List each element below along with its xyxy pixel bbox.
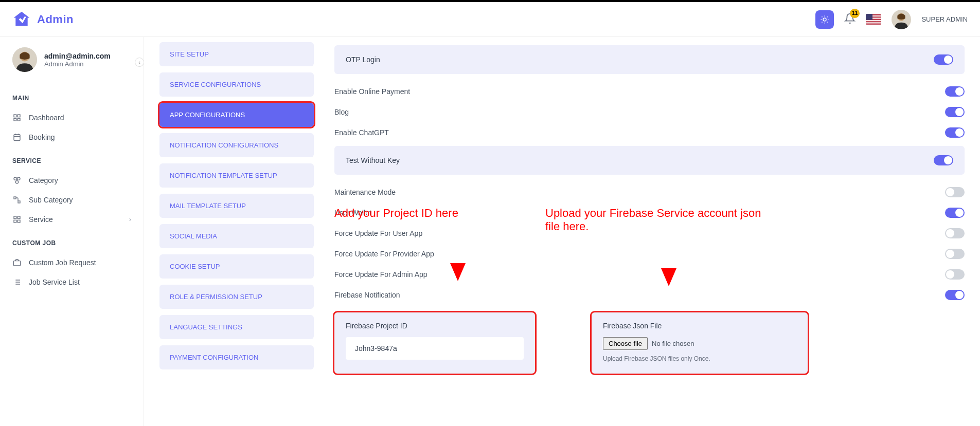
toggle-label-blog: Blog — [334, 108, 349, 116]
grid-icon — [12, 113, 22, 122]
firebase-project-id-panel: Firebase Project ID — [334, 312, 535, 374]
svg-rect-26 — [17, 220, 20, 223]
toggle-maintenance[interactable] — [945, 187, 965, 197]
briefcase-icon — [12, 258, 22, 267]
svg-rect-15 — [14, 118, 16, 121]
file-upload-hint: Upload Firebase JSON files only Once. — [603, 355, 796, 362]
toggle-label-maintenance: Maintenance Mode — [334, 188, 396, 196]
svg-rect-14 — [17, 115, 20, 117]
svg-rect-22 — [18, 201, 20, 203]
svg-rect-23 — [14, 216, 16, 219]
settings-nav-role-permission[interactable]: ROLE & PERMISSION SETUP — [159, 285, 314, 309]
nav-custom-job-request[interactable]: Custom Job Request — [0, 253, 144, 272]
settings-nav-payment[interactable]: PAYMENT CONFIGURATION — [159, 345, 314, 369]
nav-service[interactable]: Service › — [0, 210, 144, 229]
settings-nav-app-config[interactable]: APP CONFIGURATIONS — [159, 103, 314, 127]
nav-category[interactable]: Category — [0, 171, 144, 190]
firebase-project-id-input[interactable] — [346, 337, 524, 360]
firebase-json-label: Firebase Json File — [603, 322, 796, 330]
toggle-otp-login[interactable] — [934, 54, 953, 65]
svg-rect-27 — [13, 261, 20, 266]
svg-rect-17 — [14, 135, 20, 141]
nav-heading-custom-job: CUSTOM JOB — [12, 239, 131, 247]
language-selector[interactable] — [866, 14, 881, 25]
settings-nav-mail-template[interactable]: MAIL TEMPLATE SETUP — [159, 194, 314, 218]
us-flag-icon — [866, 14, 881, 25]
svg-point-19 — [17, 177, 20, 180]
user-avatar[interactable] — [892, 10, 911, 29]
sidebar-collapse-button[interactable]: ‹ — [135, 58, 144, 67]
nav-job-service-list[interactable]: Job Service List — [0, 272, 144, 292]
svg-rect-13 — [14, 115, 16, 117]
nav-heading-main: MAIN — [12, 95, 131, 102]
theme-toggle-button[interactable] — [815, 10, 834, 29]
svg-point-0 — [823, 18, 826, 21]
svg-rect-7 — [866, 23, 881, 24]
nav-label: Sub Category — [29, 196, 73, 204]
sidebar-user-name: Admin Admin — [44, 60, 111, 68]
svg-rect-5 — [866, 20, 881, 21]
calendar-icon — [12, 133, 22, 142]
firebase-project-id-label: Firebase Project ID — [346, 322, 524, 330]
toggle-label-online-payment: Enable Online Payment — [334, 87, 410, 96]
toggle-blog[interactable] — [945, 107, 965, 117]
tree-icon — [12, 195, 22, 205]
svg-rect-16 — [17, 118, 20, 121]
nav-booking[interactable]: Booking — [0, 127, 144, 147]
svg-rect-21 — [14, 197, 16, 199]
settings-nav-social-media[interactable]: SOCIAL MEDIA — [159, 224, 314, 248]
notification-count-badge: 11 — [850, 9, 860, 18]
settings-nav-language[interactable]: LANGUAGE SETTINGS — [159, 315, 314, 339]
file-chosen-status: No file chosen — [652, 340, 694, 347]
svg-point-20 — [15, 181, 18, 183]
toggle-label-force-user: Force Update For User App — [334, 229, 422, 237]
toggle-label-chatgpt: Enable ChatGPT — [334, 128, 389, 137]
sidebar-user-avatar[interactable] — [12, 47, 37, 72]
toggle-label-force-provider: Force Update For Provider App — [334, 250, 434, 258]
toggle-chatgpt[interactable] — [945, 127, 965, 138]
toggle-user-wallet[interactable] — [945, 208, 965, 218]
svg-rect-6 — [866, 22, 881, 23]
toggle-force-provider[interactable] — [945, 249, 965, 259]
toggle-label-firebase-notif: Firebase Notification — [334, 291, 400, 299]
svg-rect-24 — [17, 216, 20, 219]
apps-icon — [12, 215, 22, 224]
toggle-force-user[interactable] — [945, 228, 965, 238]
toggle-firebase-notification[interactable] — [945, 290, 965, 300]
nav-label: Dashboard — [29, 114, 64, 122]
nav-label: Booking — [29, 133, 55, 141]
nav-heading-service: SERVICE — [12, 157, 131, 164]
settings-nav-site-setup[interactable]: SITE SETUP — [159, 42, 314, 66]
settings-nav-notif-template[interactable]: NOTIFICATION TEMPLATE SETUP — [159, 163, 314, 188]
toggle-online-payment[interactable] — [945, 86, 965, 97]
firebase-json-panel: Firebase Json File Choose file No file c… — [592, 312, 808, 374]
settings-nav-service-config[interactable]: SERVICE CONFIGURATIONS — [159, 72, 314, 97]
nav-label: Job Service List — [29, 278, 80, 286]
chevron-right-icon: › — [129, 216, 131, 223]
toggle-label-wallet: User Wallet — [334, 209, 371, 217]
notifications-button[interactable]: 11 — [844, 13, 856, 26]
choose-file-button[interactable]: Choose file — [603, 337, 648, 350]
svg-point-18 — [14, 177, 16, 180]
sidebar-user-email: admin@admin.com — [44, 52, 111, 60]
shapes-icon — [12, 176, 22, 185]
toggle-test-without-key[interactable] — [934, 155, 953, 165]
settings-nav-cookie-setup[interactable]: COOKIE SETUP — [159, 254, 314, 279]
toggle-label-force-admin: Force Update For Admin App — [334, 270, 427, 279]
toggle-label-test-no-key: Test Without Key — [346, 156, 400, 164]
nav-label: Service — [29, 215, 53, 224]
toggle-label-otp: OTP Login — [346, 55, 380, 64]
app-title: Admin — [37, 13, 74, 26]
settings-nav-notif-config[interactable]: NOTIFICATION CONFIGURATIONS — [159, 133, 314, 157]
nav-label: Custom Job Request — [29, 258, 96, 267]
nav-dashboard[interactable]: Dashboard — [0, 108, 144, 127]
user-role-label: SUPER ADMIN — [921, 15, 968, 23]
nav-sub-category[interactable]: Sub Category — [0, 190, 144, 210]
nav-label: Category — [29, 176, 58, 184]
list-icon — [12, 277, 22, 287]
svg-rect-8 — [866, 14, 872, 20]
app-logo[interactable] — [12, 10, 31, 29]
svg-rect-25 — [14, 220, 16, 223]
toggle-force-admin[interactable] — [945, 269, 965, 280]
